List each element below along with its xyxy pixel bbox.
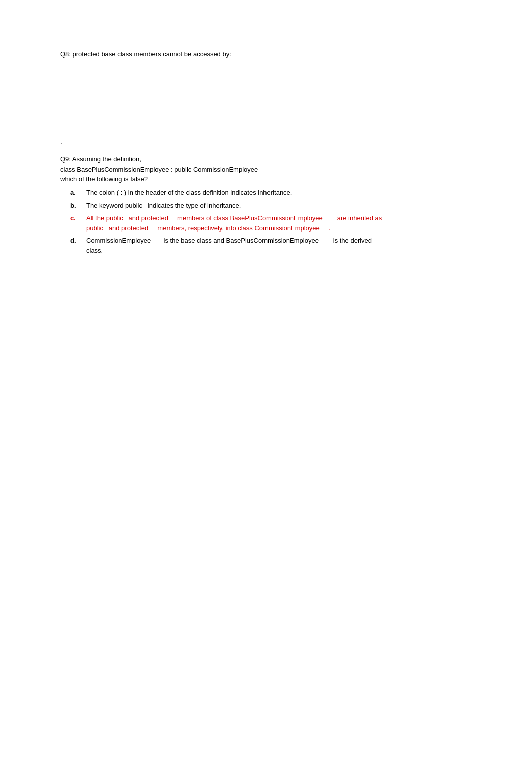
option-d-label: d. xyxy=(70,236,84,246)
option-c-text: All the public and protected members of … xyxy=(86,213,387,233)
option-b-label: b. xyxy=(70,201,84,211)
option-b: b. The keyword public indicates the type… xyxy=(70,201,512,211)
option-a-text: The colon ( : ) in the header of the cla… xyxy=(86,188,387,198)
q9-class-def: class BasePlusCommissionEmployee : publi… xyxy=(60,166,512,173)
option-c-label: c. xyxy=(70,213,84,223)
dot-separator: . xyxy=(60,138,512,145)
q9-section: Q9: Assuming the definition, class BaseP… xyxy=(60,155,512,255)
option-d-text: CommissionEmployee is the base class and… xyxy=(86,236,387,255)
options-list: a. The colon ( : ) in the header of the … xyxy=(60,188,512,255)
q9-question: which of the following is false? xyxy=(60,175,512,183)
q8-section: Q8: protected base class members cannot … xyxy=(60,50,512,58)
q8-title: Q8: protected base class members cannot … xyxy=(60,50,512,58)
page-content: Q8: protected base class members cannot … xyxy=(20,10,512,255)
option-d: d. CommissionEmployee is the base class … xyxy=(70,236,512,255)
q9-title: Q9: Assuming the definition, xyxy=(60,155,512,163)
option-b-text: The keyword public indicates the type of… xyxy=(86,201,387,211)
option-a-label: a. xyxy=(70,188,84,198)
option-c: c. All the public and protected members … xyxy=(70,213,512,233)
option-a: a. The colon ( : ) in the header of the … xyxy=(70,188,512,198)
